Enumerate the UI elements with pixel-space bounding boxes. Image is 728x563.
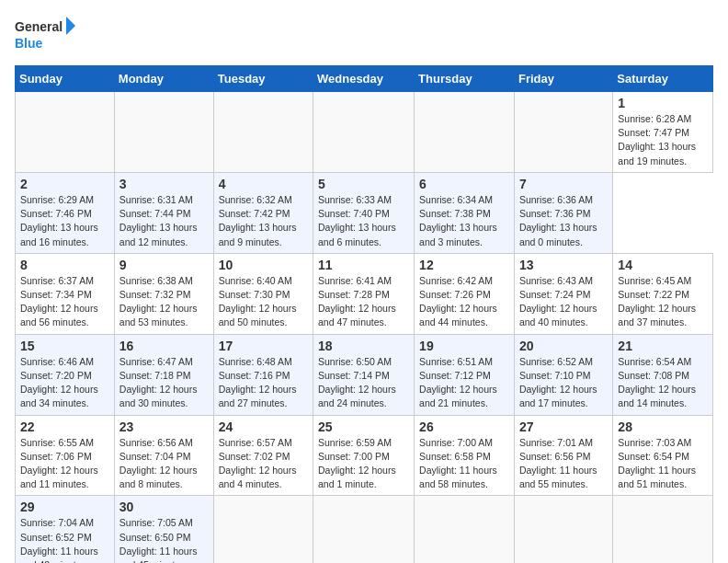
day-number: 11 — [318, 258, 409, 272]
day-number: 4 — [219, 177, 308, 191]
day-number: 25 — [318, 419, 409, 434]
day-info: Sunrise: 6:34 AMSunset: 7:38 PMDaylight:… — [419, 193, 509, 249]
day-number: 9 — [119, 258, 209, 272]
calendar-cell: 15Sunrise: 6:46 AMSunset: 7:20 PMDayligh… — [16, 334, 115, 415]
logo: General Blue — [15, 15, 79, 56]
day-info: Sunrise: 7:03 AMSunset: 6:54 PMDaylight:… — [618, 436, 708, 492]
calendar-week-2: 2Sunrise: 6:29 AMSunset: 7:46 PMDaylight… — [16, 172, 713, 253]
day-info: Sunrise: 6:56 AMSunset: 7:04 PMDaylight:… — [119, 436, 209, 492]
day-number: 10 — [219, 258, 308, 272]
day-number: 17 — [219, 339, 308, 353]
calendar-cell: 14Sunrise: 6:45 AMSunset: 7:22 PMDayligh… — [613, 253, 713, 334]
calendar-cell — [514, 92, 612, 173]
day-info: Sunrise: 7:00 AMSunset: 6:58 PMDaylight:… — [419, 436, 509, 492]
calendar-cell: 21Sunrise: 6:54 AMSunset: 7:08 PMDayligh… — [613, 334, 713, 415]
calendar-cell — [114, 92, 213, 173]
calendar-cell — [213, 496, 313, 563]
calendar-cell: 26Sunrise: 7:00 AMSunset: 6:58 PMDayligh… — [415, 415, 515, 496]
day-number: 24 — [219, 419, 308, 434]
day-info: Sunrise: 6:32 AMSunset: 7:42 PMDaylight:… — [219, 193, 308, 249]
day-number: 28 — [618, 419, 708, 434]
svg-marker-2 — [66, 17, 75, 35]
day-info: Sunrise: 6:46 AMSunset: 7:20 PMDaylight:… — [20, 355, 109, 411]
calendar-cell: 16Sunrise: 6:47 AMSunset: 7:18 PMDayligh… — [114, 334, 213, 415]
page-header: General Blue — [15, 15, 713, 56]
calendar-week-4: 15Sunrise: 6:46 AMSunset: 7:20 PMDayligh… — [16, 334, 713, 415]
day-info: Sunrise: 6:55 AMSunset: 7:06 PMDaylight:… — [20, 436, 109, 492]
day-info: Sunrise: 6:36 AMSunset: 7:36 PMDaylight:… — [519, 193, 608, 249]
col-header-wednesday: Wednesday — [313, 66, 415, 92]
day-number: 26 — [419, 419, 509, 434]
calendar-cell: 11Sunrise: 6:41 AMSunset: 7:28 PMDayligh… — [313, 253, 415, 334]
day-number: 5 — [318, 177, 409, 191]
col-header-tuesday: Tuesday — [213, 66, 313, 92]
calendar-table: SundayMondayTuesdayWednesdayThursdayFrid… — [15, 65, 713, 563]
calendar-cell — [213, 92, 313, 173]
day-number: 12 — [419, 258, 509, 272]
calendar-week-1: 1Sunrise: 6:28 AMSunset: 7:47 PMDaylight… — [16, 92, 713, 173]
day-number: 16 — [119, 339, 209, 353]
calendar-cell — [613, 496, 713, 563]
day-number: 13 — [519, 258, 608, 272]
calendar-cell: 2Sunrise: 6:29 AMSunset: 7:46 PMDaylight… — [16, 172, 115, 253]
day-info: Sunrise: 6:57 AMSunset: 7:02 PMDaylight:… — [219, 436, 308, 492]
day-info: Sunrise: 6:41 AMSunset: 7:28 PMDaylight:… — [318, 274, 409, 330]
calendar-cell: 13Sunrise: 6:43 AMSunset: 7:24 PMDayligh… — [514, 253, 612, 334]
day-info: Sunrise: 6:54 AMSunset: 7:08 PMDaylight:… — [618, 355, 708, 411]
day-info: Sunrise: 6:31 AMSunset: 7:44 PMDaylight:… — [119, 193, 209, 249]
calendar-cell: 5Sunrise: 6:33 AMSunset: 7:40 PMDaylight… — [313, 172, 415, 253]
day-info: Sunrise: 6:47 AMSunset: 7:18 PMDaylight:… — [119, 355, 209, 411]
day-number: 23 — [119, 419, 209, 434]
day-info: Sunrise: 7:01 AMSunset: 6:56 PMDaylight:… — [519, 436, 608, 492]
calendar-cell: 8Sunrise: 6:37 AMSunset: 7:34 PMDaylight… — [16, 253, 115, 334]
day-info: Sunrise: 6:40 AMSunset: 7:30 PMDaylight:… — [219, 274, 308, 330]
day-number: 27 — [519, 419, 608, 434]
day-info: Sunrise: 6:50 AMSunset: 7:14 PMDaylight:… — [318, 355, 409, 411]
calendar-cell: 17Sunrise: 6:48 AMSunset: 7:16 PMDayligh… — [213, 334, 313, 415]
calendar-cell: 30Sunrise: 7:05 AMSunset: 6:50 PMDayligh… — [114, 496, 213, 563]
svg-text:General: General — [15, 19, 63, 34]
calendar-cell — [415, 92, 515, 173]
day-number: 2 — [20, 177, 109, 191]
calendar-cell: 20Sunrise: 6:52 AMSunset: 7:10 PMDayligh… — [514, 334, 612, 415]
calendar-cell: 18Sunrise: 6:50 AMSunset: 7:14 PMDayligh… — [313, 334, 415, 415]
day-number: 18 — [318, 339, 409, 353]
day-number: 20 — [519, 339, 608, 353]
day-number: 21 — [618, 339, 708, 353]
calendar-cell — [514, 496, 612, 563]
calendar-cell: 3Sunrise: 6:31 AMSunset: 7:44 PMDaylight… — [114, 172, 213, 253]
day-number: 22 — [20, 419, 109, 434]
day-info: Sunrise: 6:33 AMSunset: 7:40 PMDaylight:… — [318, 193, 409, 249]
day-number: 6 — [419, 177, 509, 191]
calendar-cell: 28Sunrise: 7:03 AMSunset: 6:54 PMDayligh… — [613, 415, 713, 496]
day-info: Sunrise: 6:48 AMSunset: 7:16 PMDaylight:… — [219, 355, 308, 411]
calendar-week-3: 8Sunrise: 6:37 AMSunset: 7:34 PMDaylight… — [16, 253, 713, 334]
day-info: Sunrise: 6:42 AMSunset: 7:26 PMDaylight:… — [419, 274, 509, 330]
calendar-cell — [313, 92, 415, 173]
day-number: 1 — [618, 96, 708, 110]
header-row: SundayMondayTuesdayWednesdayThursdayFrid… — [16, 66, 713, 92]
logo-svg: General Blue — [15, 15, 79, 56]
day-number: 29 — [20, 500, 109, 514]
day-info: Sunrise: 6:59 AMSunset: 7:00 PMDaylight:… — [318, 436, 409, 492]
day-info: Sunrise: 6:38 AMSunset: 7:32 PMDaylight:… — [119, 274, 209, 330]
day-info: Sunrise: 7:05 AMSunset: 6:50 PMDaylight:… — [119, 516, 209, 563]
calendar-cell: 29Sunrise: 7:04 AMSunset: 6:52 PMDayligh… — [16, 496, 115, 563]
day-number: 8 — [20, 258, 109, 272]
day-number: 19 — [419, 339, 509, 353]
day-number: 30 — [119, 500, 209, 514]
day-info: Sunrise: 6:43 AMSunset: 7:24 PMDaylight:… — [519, 274, 608, 330]
day-number: 3 — [119, 177, 209, 191]
calendar-cell: 1Sunrise: 6:28 AMSunset: 7:47 PMDaylight… — [613, 92, 713, 173]
day-info: Sunrise: 6:52 AMSunset: 7:10 PMDaylight:… — [519, 355, 608, 411]
calendar-cell — [415, 496, 515, 563]
day-number: 14 — [618, 258, 708, 272]
calendar-week-5: 22Sunrise: 6:55 AMSunset: 7:06 PMDayligh… — [16, 415, 713, 496]
day-info: Sunrise: 6:51 AMSunset: 7:12 PMDaylight:… — [419, 355, 509, 411]
calendar-cell: 12Sunrise: 6:42 AMSunset: 7:26 PMDayligh… — [415, 253, 515, 334]
day-number: 15 — [20, 339, 109, 353]
calendar-cell — [16, 92, 115, 173]
calendar-cell: 27Sunrise: 7:01 AMSunset: 6:56 PMDayligh… — [514, 415, 612, 496]
calendar-cell — [313, 496, 415, 563]
day-number: 7 — [519, 177, 608, 191]
